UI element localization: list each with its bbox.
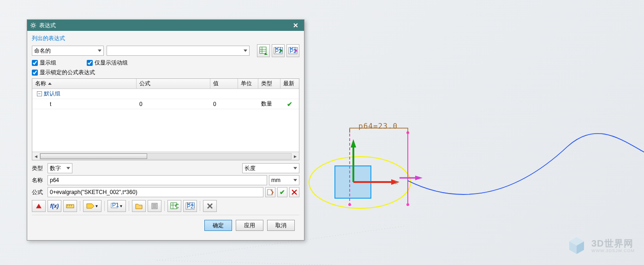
filter-combo[interactable]: 命名的 xyxy=(32,46,104,56)
secondary-combo[interactable] xyxy=(107,46,250,56)
p1p2-green-icon[interactable]: P1=P2= xyxy=(272,44,285,57)
svg-text:P1=: P1= xyxy=(112,203,119,208)
svg-rect-42 xyxy=(66,205,74,208)
th-type[interactable]: 类型 xyxy=(258,79,280,88)
p1p2-magenta-icon[interactable]: P1=P2= xyxy=(286,44,299,57)
delete-x-icon[interactable] xyxy=(203,200,217,212)
table-row[interactable]: t 0 0 数量 ✔ xyxy=(32,99,299,109)
scroll-left-icon[interactable]: ◂ xyxy=(32,153,40,160)
svg-line-23 xyxy=(31,27,32,27)
scroll-thumb[interactable] xyxy=(40,153,147,159)
svg-line-22 xyxy=(35,27,35,27)
name-input[interactable] xyxy=(48,175,267,185)
th-value[interactable]: 值 xyxy=(210,79,238,88)
formula-input[interactable] xyxy=(48,187,263,197)
svg-text:P2=: P2= xyxy=(187,203,195,210)
type-combo[interactable]: 数字 xyxy=(48,163,72,173)
horizontal-scrollbar[interactable]: ◂ ▸ xyxy=(32,152,299,160)
svg-point-16 xyxy=(32,24,34,26)
svg-marker-41 xyxy=(36,204,42,208)
svg-marker-13 xyxy=(415,176,423,180)
triangle-up-icon[interactable] xyxy=(32,200,46,212)
type-label: 类型 xyxy=(32,165,46,172)
svg-line-21 xyxy=(31,24,32,24)
formula-reject-button[interactable] xyxy=(289,187,299,197)
section-label: 列出的表达式 xyxy=(32,35,299,42)
name-label: 名称 xyxy=(32,177,46,184)
svg-line-15 xyxy=(157,260,332,265)
th-new[interactable]: 最新 xyxy=(280,79,299,88)
tag-icon[interactable]: ▼ xyxy=(83,200,101,212)
svg-marker-46 xyxy=(87,204,94,208)
formula-label: 公式 xyxy=(32,188,46,196)
list-icon[interactable] xyxy=(148,200,161,212)
svg-line-24 xyxy=(35,24,35,24)
svg-rect-25 xyxy=(260,47,266,53)
expression-table[interactable]: 名称 公式 值 单位 类型 最新 −默认组 t 0 0 数量 ✔ xyxy=(32,78,299,160)
watermark: 3D世界网 WWW.3DSJW.COM xyxy=(566,236,635,256)
unit-combo[interactable]: mm xyxy=(269,175,299,185)
filter-combo-value: 命名的 xyxy=(34,47,51,55)
measure-icon[interactable] xyxy=(63,200,77,212)
watermark-logo-icon xyxy=(566,236,587,256)
tree-collapse-icon[interactable]: − xyxy=(37,91,42,96)
chk-show-group[interactable]: 显示组 xyxy=(32,59,56,67)
gear-icon xyxy=(30,22,36,29)
sort-asc-icon xyxy=(48,82,52,85)
spreadsheet-refresh-icon[interactable] xyxy=(167,200,181,212)
watermark-text: 3D世界网 xyxy=(591,238,635,248)
svg-text:x: x xyxy=(395,179,398,186)
p1-icon[interactable]: P1=▼ xyxy=(107,200,126,212)
formula-accept-button[interactable]: ✔ xyxy=(277,187,287,197)
svg-point-5 xyxy=(406,203,409,206)
ok-button[interactable]: 确定 xyxy=(204,220,232,231)
dimension-combo[interactable]: 长度 xyxy=(242,163,299,173)
expression-dialog: 表达式 ✕ 列出的表达式 命名的 P1=P2= P1=P2= 显示组 仅显示活动… xyxy=(27,19,304,241)
th-name[interactable]: 名称 xyxy=(32,79,137,88)
cancel-button[interactable]: 取消 xyxy=(267,220,295,231)
svg-point-4 xyxy=(348,203,351,206)
scroll-right-icon[interactable]: ▸ xyxy=(292,153,299,160)
p1p2-icon[interactable]: P1=P2= xyxy=(183,200,197,212)
bottom-toolbar: f(x) ▼ P1=▼ P1=P2= xyxy=(32,200,299,212)
close-button[interactable]: ✕ xyxy=(290,20,301,30)
chk-show-active[interactable]: 仅显示活动组 xyxy=(87,59,128,67)
spreadsheet-icon[interactable] xyxy=(257,44,270,57)
th-unit[interactable]: 单位 xyxy=(238,79,258,88)
watermark-url: WWW.3DSJW.COM xyxy=(591,248,635,253)
chk-show-locked[interactable]: 显示锁定的公式表达式 xyxy=(32,69,95,77)
formula-edit-icon[interactable] xyxy=(265,187,275,197)
apply-button[interactable]: 应用 xyxy=(236,220,263,231)
group-row[interactable]: −默认组 xyxy=(32,89,299,99)
svg-marker-8 xyxy=(351,139,356,147)
check-icon: ✔ xyxy=(287,100,292,108)
fx-icon[interactable]: f(x) xyxy=(48,200,61,212)
dialog-title: 表达式 xyxy=(39,22,290,29)
th-formula[interactable]: 公式 xyxy=(137,79,210,88)
folder-icon[interactable] xyxy=(132,200,146,212)
titlebar[interactable]: 表达式 ✕ xyxy=(27,20,304,31)
dimension-label: p64=23.0 xyxy=(358,122,398,130)
